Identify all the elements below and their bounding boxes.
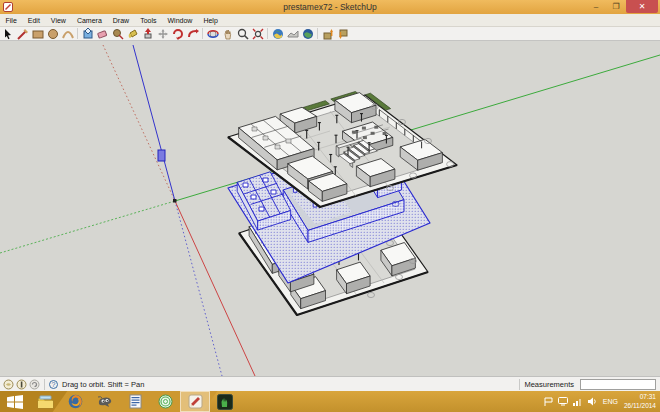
tray-language[interactable]: ENG	[603, 398, 618, 405]
title-bar: prestamex72 - SketchUp – ❐ ✕	[0, 0, 660, 14]
close-button[interactable]: ✕	[626, 0, 658, 13]
rectangle-tool-icon[interactable]	[30, 27, 45, 40]
select-tool-icon[interactable]	[0, 27, 15, 40]
taskbar-gimp[interactable]	[90, 391, 120, 412]
zoom-extents-tool-icon[interactable]	[250, 27, 265, 40]
taskbar-hand-app[interactable]	[210, 391, 240, 412]
taskbar-writer[interactable]	[120, 391, 150, 412]
paint-bucket-tool-icon[interactable]	[125, 27, 140, 40]
pan-tool-icon[interactable]	[220, 27, 235, 40]
menu-edit[interactable]: Edit	[22, 17, 45, 24]
tray-date: 26/11/2014	[624, 402, 656, 410]
push-pull-tool-icon[interactable]	[140, 27, 155, 40]
window-title: prestamex72 - SketchUp	[0, 2, 660, 12]
red-axis	[175, 201, 255, 376]
action-center-icon[interactable]	[544, 397, 553, 406]
taskbar-sketchup[interactable]	[180, 391, 210, 412]
credits-status-icon[interactable]	[16, 379, 27, 390]
power-icon[interactable]	[558, 397, 568, 406]
toggle-terrain-tool-icon[interactable]	[285, 27, 300, 40]
green-axis-dashed	[0, 201, 175, 253]
taskbar-firefox[interactable]	[60, 391, 90, 412]
blue-axis	[133, 45, 175, 201]
menu-bar: FileEditViewCameraDrawToolsWindowHelp	[0, 14, 660, 27]
status-hint: Drag to orbit. Shift = Pan	[62, 380, 144, 389]
menu-camera[interactable]: Camera	[71, 17, 107, 24]
circle-tool-icon[interactable]	[45, 27, 60, 40]
status-bar: ? Drag to orbit. Shift = Pan Measurement…	[0, 376, 660, 391]
offset-tool-icon[interactable]	[185, 27, 200, 40]
preview-google-earth-icon[interactable]	[300, 27, 315, 40]
measurements-label: Measurements	[524, 380, 574, 389]
claim-credit-status-icon[interactable]	[29, 379, 40, 390]
tray-clock[interactable]: 07:31 26/11/2014	[624, 393, 656, 409]
measurements-input[interactable]	[580, 379, 656, 390]
add-location-tool-icon[interactable]	[270, 27, 285, 40]
minimize-button[interactable]: –	[586, 0, 606, 13]
taskbar-media-app[interactable]	[150, 391, 180, 412]
menu-draw[interactable]: Draw	[107, 17, 134, 24]
axis-origin	[173, 199, 177, 203]
axis-component	[158, 150, 165, 161]
network-icon[interactable]	[573, 397, 583, 406]
toolbar	[0, 27, 660, 41]
menu-tools[interactable]: Tools	[135, 17, 162, 24]
get-models-icon[interactable]	[320, 27, 335, 40]
zoom-tool-icon[interactable]	[235, 27, 250, 40]
move-tool-icon[interactable]	[155, 27, 170, 40]
menu-help[interactable]: Help	[198, 17, 223, 24]
menu-view[interactable]: View	[45, 17, 71, 24]
orbit-tool-icon[interactable]	[205, 27, 220, 40]
share-models-icon[interactable]	[335, 27, 350, 40]
restore-button[interactable]: ❐	[606, 0, 626, 13]
make-component-tool-icon[interactable]	[80, 27, 95, 40]
taskbar: ENG 07:31 26/11/2014	[0, 391, 660, 412]
arc-tool-icon[interactable]	[60, 27, 75, 40]
start-button[interactable]	[0, 391, 30, 412]
geolocation-status-icon[interactable]	[3, 379, 14, 390]
eraser-tool-icon[interactable]	[95, 27, 110, 40]
tray-time: 07:31	[624, 393, 656, 401]
volume-icon[interactable]	[588, 397, 598, 406]
drawing-canvas[interactable]	[0, 41, 660, 376]
menu-window[interactable]: Window	[162, 17, 198, 24]
taskbar-file-explorer[interactable]	[30, 391, 60, 412]
tape-measure-tool-icon[interactable]	[110, 27, 125, 40]
line-tool-icon[interactable]	[15, 27, 30, 40]
rotate-tool-icon[interactable]	[170, 27, 185, 40]
menu-file[interactable]: File	[0, 17, 22, 24]
help-icon[interactable]: ?	[49, 380, 58, 389]
model-3d-view	[0, 45, 660, 376]
